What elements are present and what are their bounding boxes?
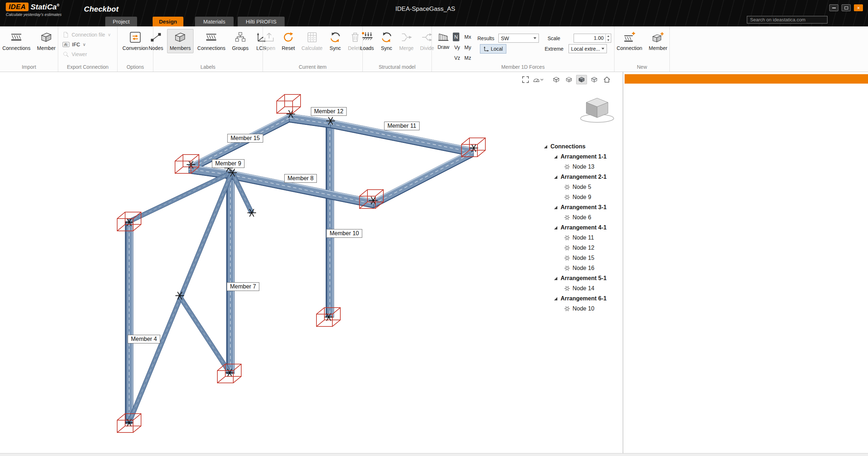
scale-input[interactable]: 1.00	[574, 34, 611, 43]
tree-item-node[interactable]: Node 10	[539, 304, 620, 314]
tab-project[interactable]: Project	[105, 17, 137, 26]
logo-tagline: Calculate yesterday's estimates	[6, 12, 61, 17]
expander-icon[interactable]	[554, 176, 557, 179]
gear-icon	[564, 265, 570, 271]
expander-icon[interactable]	[544, 145, 547, 148]
button-label: Open	[263, 45, 275, 51]
tree-item-arrangement[interactable]: Arrangement 4-1	[539, 223, 620, 233]
tree-item-node[interactable]: Node 11	[539, 233, 620, 243]
member-label: Member 12	[311, 107, 347, 116]
expander-icon[interactable]	[554, 297, 557, 300]
expander-icon[interactable]	[554, 277, 557, 280]
member-box-icon	[174, 31, 186, 43]
button-label: Reset	[282, 45, 295, 51]
tab-design[interactable]: Design	[153, 17, 183, 26]
gear-icon	[564, 215, 570, 220]
cube-shaded-icon	[565, 76, 573, 84]
maximize-button[interactable]	[842, 4, 851, 11]
measure-button[interactable]	[533, 75, 544, 84]
expander-icon[interactable]	[554, 206, 557, 209]
minimize-button[interactable]	[829, 4, 838, 11]
local-toggle-button[interactable]: Local	[480, 44, 506, 54]
draw-forces-button[interactable]: Draw	[435, 28, 452, 52]
labels-groups-button[interactable]: Groups	[229, 29, 251, 53]
force-toggle-mz[interactable]: Mz	[463, 54, 473, 62]
tree-item-node[interactable]: Node 6	[539, 212, 620, 223]
tree-item-node[interactable]: Node 14	[539, 283, 620, 294]
tree-item-arrangement[interactable]: Arrangement 5-1	[539, 273, 620, 283]
force-toggle-n[interactable]: N	[453, 33, 459, 41]
structural-model-canvas[interactable]	[0, 72, 623, 453]
labels-nodes-button[interactable]: Nodes	[146, 29, 166, 53]
tree-label: Arrangement 4-1	[561, 224, 607, 231]
member-label: Member 11	[384, 122, 420, 130]
viewport-3d[interactable]: Member 12Member 11Member 15Member 9Membe…	[0, 72, 623, 453]
connections-icon	[205, 31, 217, 43]
tree-item-node[interactable]: Node 16	[539, 263, 620, 273]
tree-item-arrangement[interactable]: Arrangement 6-1	[539, 294, 620, 304]
scale-label: Scale	[548, 35, 560, 41]
reset-button[interactable]: Reset	[279, 29, 298, 53]
force-toggle-vy[interactable]: Vy	[453, 43, 461, 52]
view-wireframe-button[interactable]	[551, 75, 562, 84]
sync-icon	[329, 31, 341, 43]
sync-current-button[interactable]: Sync	[327, 29, 344, 53]
close-button[interactable]: ×	[854, 4, 863, 11]
spin-down-icon[interactable]	[606, 38, 611, 43]
search-input[interactable]	[747, 16, 827, 24]
cube-transparent-icon	[590, 76, 598, 84]
spin-up-icon[interactable]	[606, 34, 611, 38]
tree-item-arrangement[interactable]: Arrangement 1-1	[539, 152, 620, 162]
tree-item-node[interactable]: Node 9	[539, 192, 620, 202]
navigation-cube[interactable]	[577, 94, 617, 125]
import-member-button[interactable]: Member	[34, 29, 58, 53]
force-toggle-mx[interactable]: Mx	[463, 33, 473, 41]
expander-icon[interactable]	[554, 155, 557, 159]
export-ifc-button[interactable]: ifc IFC ∨	[63, 42, 117, 47]
tab-materials[interactable]: Materials	[195, 17, 234, 26]
expander-icon[interactable]	[554, 226, 557, 229]
new-connection-button[interactable]: Connection	[614, 29, 645, 53]
group-label: Export Connection	[58, 64, 117, 70]
import-connections-button[interactable]: Connections	[0, 29, 33, 53]
tree-item-node[interactable]: Node 5	[539, 182, 620, 192]
results-dropdown[interactable]: SW	[498, 34, 539, 43]
tree-item-node[interactable]: Node 12	[539, 243, 620, 253]
view-shaded-button[interactable]	[563, 75, 574, 84]
view-transparent-button[interactable]	[589, 75, 600, 84]
merge-icon	[400, 31, 413, 43]
labels-connections-button[interactable]: Connections	[195, 29, 228, 53]
view-solid-button[interactable]	[576, 75, 587, 84]
spinner[interactable]	[605, 34, 611, 42]
force-toggle-vz[interactable]: Vz	[453, 54, 461, 62]
extreme-dropdown[interactable]: Local extre...	[569, 44, 607, 53]
force-toggle-my[interactable]: My	[463, 43, 473, 52]
home-view-button[interactable]	[601, 75, 612, 84]
tree-label: Arrangement 6-1	[561, 295, 607, 302]
member-label: Member 9	[212, 159, 244, 168]
labels-members-button[interactable]: Members	[167, 29, 193, 53]
force-diagram-icon	[437, 30, 450, 42]
button-label: Connections	[2, 45, 30, 51]
button-label: Members	[170, 45, 191, 51]
detail-panel	[623, 72, 868, 453]
fit-view-button[interactable]	[520, 75, 531, 84]
sync-model-button[interactable]: Sync	[378, 29, 395, 53]
tree-item-node[interactable]: Node 13	[539, 162, 620, 172]
button-label: Merge	[399, 45, 414, 51]
tree-item-arrangement[interactable]: Arrangement 3-1	[539, 202, 620, 212]
tree-item-node[interactable]: Node 15	[539, 253, 620, 263]
tree-item-arrangement[interactable]: Arrangement 2-1	[539, 172, 620, 182]
tree-item-connections[interactable]: Connections	[539, 142, 620, 152]
loads-button[interactable]: Loads	[358, 29, 376, 53]
gear-icon	[564, 306, 570, 312]
new-member-button[interactable]: Member	[646, 29, 670, 53]
member-label: Member 7	[227, 282, 259, 291]
button-label: Loads	[360, 45, 374, 51]
connections-tree: ConnectionsArrangement 1-1Node 13Arrange…	[539, 142, 620, 314]
tree-label: Arrangement 2-1	[561, 174, 607, 180]
group-label: Import	[0, 64, 58, 70]
dropdown-value: SW	[501, 35, 509, 41]
tab-hilti-profis[interactable]: Hilti PROFIS	[238, 17, 285, 26]
gear-icon	[564, 184, 570, 190]
